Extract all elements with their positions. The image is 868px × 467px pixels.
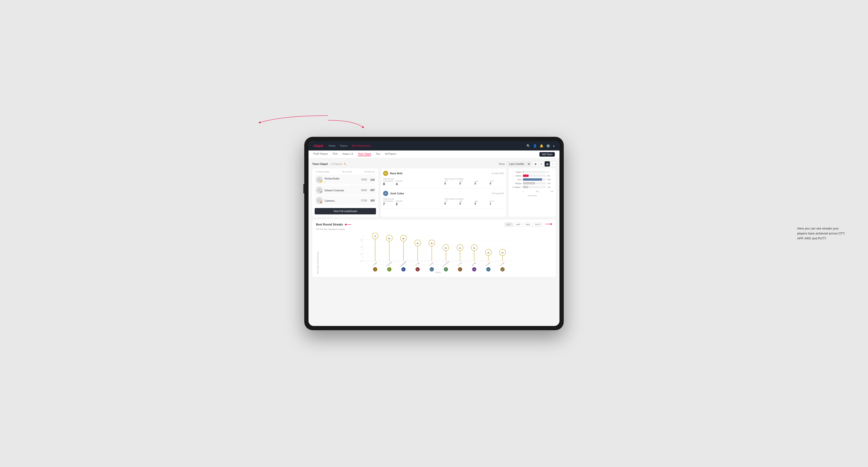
bell-icon[interactable]: 🔔 [540,144,544,148]
filter-ott[interactable]: OTT [504,222,513,227]
list-view-icon[interactable]: ≡ [539,161,544,166]
card-view-icon[interactable]: ▦ [545,161,550,166]
chart-bar-bogeys: Bogeys 311 [511,182,553,184]
nav-teams[interactable]: Teams [340,144,347,147]
player-pb-score: 19/20 [361,178,367,181]
player-pb-avg: 107 [370,189,375,191]
rounds-block: Total Rounds Tournament 7 Practice 2 [383,198,442,206]
main-nav: clippd Home Teams My Performance 🔍 👤 🔔 ⚙… [309,141,559,151]
bar-value-birdies: 96 [548,175,553,177]
medal-silver: 2 [320,191,323,193]
chart-bar-eagles: Eagles 3 [511,171,553,173]
practice-activities-label: Total Practice Activities [444,178,504,180]
streaks-svg: 0 2 4 6 7x E. Ebert EE [319,233,552,273]
view-leaderboard-button[interactable]: View Full Leaderboard [315,208,376,214]
svg-text:C. Quick: C. Quick [500,261,505,266]
svg-text:Players: Players [435,272,441,273]
grid-view-icon[interactable]: ⊞ [533,161,538,166]
svg-text:DF: DF [459,269,461,270]
edit-icon[interactable]: ✏️ [344,163,346,165]
table-row[interactable]: CA 3 Cameron... 17/20 103 [315,196,376,205]
ott-value: 0 [444,182,459,185]
rounds-row: Tournament 7 Practice 2 [383,200,442,206]
user-icon[interactable]: 👤 [533,144,537,148]
streaks-filters: OTT APP ARG PUTT [504,222,552,227]
search-icon[interactable]: 🔍 [526,144,530,148]
svg-text:MM: MM [473,269,475,270]
filter-putt[interactable]: PUTT [533,222,543,227]
arg-value: 0 [474,182,489,185]
player-name: Richard Butler [324,177,339,180]
subnav-pga[interactable]: PGA [333,153,338,156]
svg-text:RB: RB [431,269,433,270]
bar-value-pars: 499 [548,179,553,181]
table-row[interactable]: EC 2 Edward Crossman 18/20 107 [315,185,376,195]
add-team-button[interactable]: Add Team [539,152,555,157]
app-value: 0 [460,202,474,205]
svg-text:6: 6 [361,239,362,241]
svg-text:B. McHerg: B. McHerg [386,261,392,267]
stat-player-name: Rees Britt [390,172,402,175]
practice-activities-block: Total Practice Activities OTT 0 APP 0 [444,198,504,206]
player-pb-avg: 110 [370,178,375,181]
app-value: 0 [460,182,474,185]
svg-text:DB: DB [403,269,404,270]
app-label: APP [460,181,474,182]
putt-label: PUTT [490,200,504,202]
subnav-team-clippd[interactable]: Team Clippd [358,153,371,156]
ott-col: OTT 0 [444,181,459,185]
practice-label: Practice [396,180,403,182]
filter-app[interactable]: APP [514,222,522,227]
tournament-label: Tournament [383,180,393,182]
arg-col: ARG 0 [474,200,489,205]
nav-icon-group: 🔍 👤 🔔 ⚙️ ● [526,144,555,148]
chart-panel: Eagles 3 Birdies 96 [508,168,556,217]
period-select[interactable]: Last 3 months Last 6 months Last 12 mont… [507,162,531,166]
streaks-section: Best Round Streaks OTT APP ARG PUTT [312,220,556,277]
table-row[interactable]: RB 1 Richard Butler ♥ 19/20 110 [315,175,376,184]
stat-player-date: 26 Aug 2023 [492,192,504,195]
stats-grid: Total Rounds Tournament 8 Practice 4 [383,178,504,186]
chart-x-labels: 0 200 400 [511,191,553,192]
main-content: Team Clippd | 14 Players ✏️ Show Last 3 … [309,158,559,326]
stat-player-block: JC Josh Coles 26 Aug 2023 Total Rounds T… [383,191,504,209]
svg-text:4: 4 [361,246,362,248]
practice-activities-label: Total Practice Activities [444,198,504,200]
tournament-value: 8 [383,182,393,186]
annotation-arrow-left [345,223,352,226]
subnav-tour[interactable]: Tour [376,153,380,156]
rounds-block: Total Rounds Tournament 8 Practice 4 [383,178,442,186]
nav-links: Home Teams My Performance [329,144,526,147]
table-view-icon[interactable]: ↕ [551,161,556,166]
putt-value: 1 [490,202,504,205]
svg-text:E. Ebert: E. Ebert [372,262,377,266]
avatar-icon[interactable]: ● [553,144,555,148]
subnav-hcaps[interactable]: Hcaps 1-5 [342,153,353,156]
filter-arg[interactable]: ARG [523,222,532,227]
streaks-title-group: Best Round Streaks [316,223,352,226]
chart-bar-dbogeys: D. Bogeys + 131 [511,186,553,188]
ott-value: 0 [444,202,459,205]
player-name: Cameron... [324,199,336,202]
nav-home[interactable]: Home [329,144,335,147]
bar-value-eagles: 3 [548,171,553,173]
subnav-all-players[interactable]: All Players [385,153,396,156]
avatar: EC 2 [316,187,323,193]
arg-label: ARG [474,181,489,182]
sub-nav: PGAT Players PGA Hcaps 1-5 Team Clippd T… [309,151,559,158]
practice-activities-block: Total Practice Activities OTT 0 APP 0 [444,178,504,186]
settings-icon[interactable]: ⚙️ [546,144,550,148]
avatar: RB [383,171,388,176]
x-label-400: 400 [551,191,553,192]
putt-col: PUTT 0 [490,181,504,185]
col-pb-avg: PB AVG SQ [365,171,375,173]
medal-bronze: 3 [320,201,323,204]
bar-value-dbogeys: 131 [548,186,553,188]
team-header: Team Clippd | 14 Players ✏️ Show Last 3 … [312,161,556,166]
nav-my-performance[interactable]: My Performance [352,144,371,147]
svg-text:EC: EC [445,269,447,270]
practice-stat: Practice 2 [396,200,403,206]
bar-track [523,171,546,173]
bar-fill [523,175,529,177]
subnav-pgat[interactable]: PGAT Players [313,153,328,156]
